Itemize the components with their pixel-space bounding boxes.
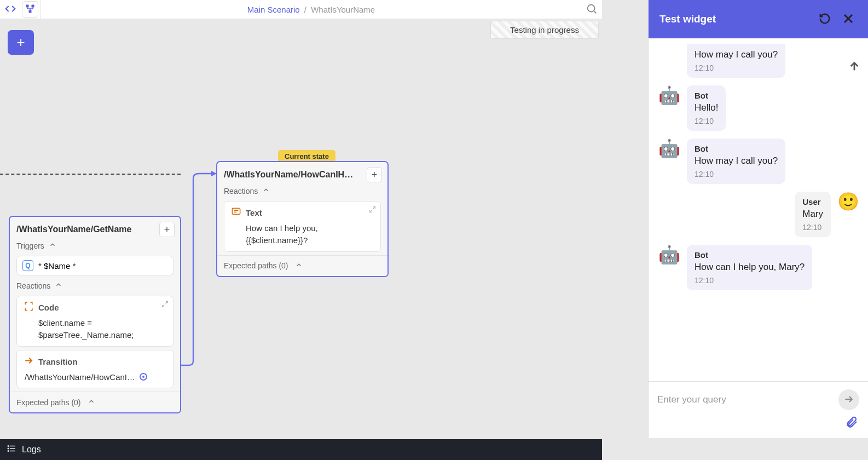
card-body: /WhatIsYourName/HowCanI… xyxy=(24,368,166,383)
testing-banner: Testing in progress xyxy=(490,21,599,39)
arrow-right-icon xyxy=(24,355,34,368)
close-button[interactable] xyxy=(840,10,857,29)
top-bar: Main Scenario / WhatIsYourName xyxy=(0,0,602,19)
add-block-button[interactable]: + xyxy=(8,30,34,55)
expected-label: Expected paths (0) xyxy=(16,398,81,407)
message-time: 12:10 xyxy=(695,170,778,179)
panel-title: Test widget xyxy=(659,13,810,25)
attach-button[interactable] xyxy=(845,416,858,430)
triggers-section-toggle[interactable]: Triggers xyxy=(10,239,180,252)
edge-incoming xyxy=(0,174,181,175)
code-icon xyxy=(5,3,16,16)
reactions-section-toggle[interactable]: Reactions xyxy=(10,279,180,292)
bot-avatar-icon: 🤖 xyxy=(658,85,680,131)
logs-bar[interactable]: Logs xyxy=(0,439,602,460)
reaction-code-card[interactable]: Code $client.name = $parseTree._Name.nam… xyxy=(16,296,173,347)
chat-log[interactable]: How may I call you? 12:10 🤖 Bot Hello! 1… xyxy=(649,38,868,381)
reaction-transition-card[interactable]: Transition /WhatIsYourName/HowCanI… xyxy=(16,350,173,389)
refresh-icon xyxy=(819,13,831,26)
text-icon xyxy=(231,206,241,219)
message-text: How may I call you? xyxy=(695,49,778,60)
card-title: Text xyxy=(246,208,262,217)
svg-rect-6 xyxy=(232,208,240,214)
message-text: How can I help you, Mary? xyxy=(695,262,805,273)
chat-message: How may I call you? 12:10 xyxy=(658,44,859,78)
testing-banner-label: Testing in progress xyxy=(510,25,579,34)
chat-input[interactable] xyxy=(657,394,832,405)
node-add-button[interactable]: + xyxy=(367,167,382,182)
collapse-icon[interactable] xyxy=(369,206,376,215)
plus-icon: + xyxy=(164,224,170,235)
svg-line-9 xyxy=(373,207,375,209)
test-widget-panel: Test widget How may I call you? 12:10 xyxy=(649,0,868,438)
query-icon: Q xyxy=(22,260,33,271)
trigger-text: * $Name * xyxy=(38,261,76,271)
plus-icon: + xyxy=(16,34,25,51)
message-time: 12:10 xyxy=(695,64,778,72)
scroll-up-button[interactable] xyxy=(848,60,860,74)
section-label-text: Reactions xyxy=(224,187,258,196)
collapse-icon[interactable] xyxy=(161,301,169,309)
edge-connector xyxy=(181,174,219,371)
chevron-up-icon xyxy=(49,241,56,250)
node-add-button[interactable]: + xyxy=(159,222,175,237)
close-icon xyxy=(842,12,855,27)
code-block-icon xyxy=(24,301,34,314)
node-header: /WhatIsYourName/GetName + xyxy=(10,217,180,239)
card-title: Transition xyxy=(38,357,78,366)
breadcrumb-leaf[interactable]: WhatIsYourName xyxy=(311,5,375,14)
expected-label: Expected paths (0) xyxy=(224,261,288,270)
message-sender: Bot xyxy=(695,250,805,260)
send-button[interactable] xyxy=(838,389,859,410)
current-state-label: Current state xyxy=(285,152,329,160)
breadcrumb-root[interactable]: Main Scenario xyxy=(247,5,300,14)
card-head: Transition xyxy=(24,355,166,368)
list-icon xyxy=(7,444,16,456)
target-dot-icon[interactable] xyxy=(140,373,147,381)
reaction-text-card[interactable]: Text How can I help you, {{$client.name}… xyxy=(224,201,381,252)
refresh-button[interactable] xyxy=(817,10,833,28)
graph-view-button[interactable] xyxy=(22,1,38,18)
expected-paths-toggle[interactable]: Expected paths (0) xyxy=(10,392,180,412)
message-bubble: Bot How can I help you, Mary? 12:10 xyxy=(687,245,812,290)
chevron-up-icon xyxy=(88,398,95,407)
message-bubble: How may I call you? 12:10 xyxy=(687,44,785,78)
svg-rect-0 xyxy=(26,4,29,7)
message-bubble: Bot Hello! 12:10 xyxy=(687,85,726,131)
message-time: 12:10 xyxy=(695,276,805,285)
chat-message: 🤖 Bot How can I help you, Mary? 12:10 xyxy=(658,245,859,290)
code-view-button[interactable] xyxy=(2,1,19,18)
svg-line-12 xyxy=(163,305,165,307)
panel-header: Test widget xyxy=(649,0,868,38)
chat-message: 🤖 Bot How may I call you? 12:10 xyxy=(658,139,859,184)
search-icon xyxy=(586,3,598,16)
canvas[interactable]: + Testing in progress Current state /Wha… xyxy=(0,19,602,439)
svg-line-10 xyxy=(370,210,372,212)
message-bubble: Bot How may I call you? 12:10 xyxy=(687,139,785,184)
user-avatar-icon: 🙂 xyxy=(837,192,859,237)
bot-avatar-icon: 🤖 xyxy=(658,245,680,290)
card-head: Code xyxy=(24,301,166,314)
svg-line-4 xyxy=(594,11,596,13)
graph-icon xyxy=(25,3,36,16)
node-getname[interactable]: /WhatIsYourName/GetName + Triggers Q * $… xyxy=(9,216,181,413)
svg-point-23 xyxy=(8,451,9,452)
svg-rect-1 xyxy=(32,4,34,7)
trigger-pattern[interactable]: Q * $Name * xyxy=(16,256,173,275)
expected-paths-toggle[interactable]: Expected paths (0) xyxy=(217,255,387,276)
chat-input-area xyxy=(649,381,868,416)
node-header: /WhatIsYourName/HowCanIH… + xyxy=(217,162,387,184)
node-title: /WhatIsYourName/GetName xyxy=(16,225,155,234)
card-title: Code xyxy=(38,303,59,312)
node-howcanihelp[interactable]: /WhatIsYourName/HowCanIH… + Reactions Te… xyxy=(216,161,389,277)
node-title: /WhatIsYourName/HowCanIH… xyxy=(224,170,362,180)
message-bubble: User Mary 12:10 xyxy=(795,192,831,237)
message-sender: Bot xyxy=(695,91,718,100)
view-toggle xyxy=(0,0,41,19)
breadcrumb: Main Scenario / WhatIsYourName xyxy=(41,5,581,14)
arrow-right-icon xyxy=(843,394,854,406)
svg-point-22 xyxy=(8,448,9,449)
reactions-section-toggle[interactable]: Reactions xyxy=(217,184,387,198)
search-button[interactable] xyxy=(581,0,602,19)
message-text: Hello! xyxy=(695,102,718,113)
